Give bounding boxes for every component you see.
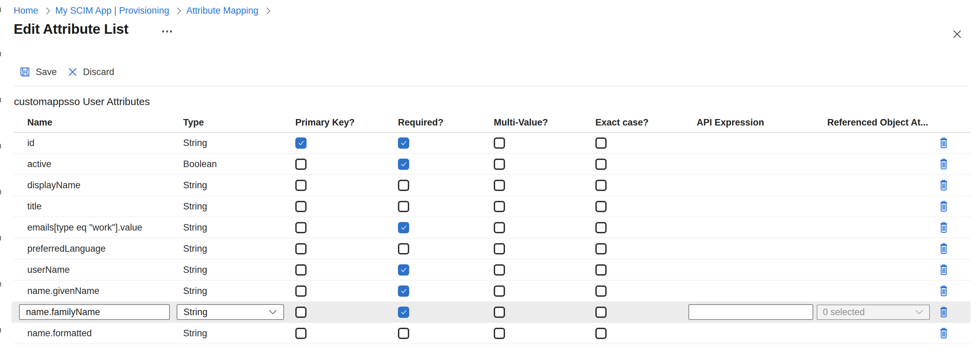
primary-key-checkbox[interactable]: [295, 285, 307, 297]
primary-key-checkbox[interactable]: [295, 222, 307, 233]
exact-case-checkbox[interactable]: [595, 159, 607, 170]
delete-row-button[interactable]: [937, 156, 950, 172]
divider: [14, 86, 969, 86]
page-title: Edit Attribute List: [14, 21, 129, 37]
breadcrumb-link-attribute-mapping[interactable]: Attribute Mapping: [186, 5, 258, 16]
attribute-type: String: [183, 180, 207, 191]
required-checkbox[interactable]: [398, 137, 409, 149]
primary-key-checkbox[interactable]: [295, 137, 307, 149]
attribute-name: emails[type eq "work"].value: [27, 222, 142, 233]
multi-value-checkbox[interactable]: [494, 201, 505, 212]
multi-value-checkbox[interactable]: [494, 159, 505, 170]
check-icon: [399, 308, 408, 316]
delete-row-button[interactable]: [937, 326, 950, 341]
exact-case-checkbox[interactable]: [595, 328, 607, 339]
column-header: Multi-Value?: [494, 117, 548, 128]
referenced-object-select[interactable]: 0 selected: [817, 305, 930, 320]
multi-value-checkbox[interactable]: [494, 243, 505, 254]
exact-case-checkbox[interactable]: [595, 222, 607, 233]
delete-row-button[interactable]: [937, 136, 950, 150]
required-checkbox[interactable]: [398, 264, 409, 276]
breadcrumb-link-provisioning[interactable]: My SCIM App | Provisioning: [55, 5, 169, 16]
check-icon: [399, 139, 408, 147]
multi-value-checkbox[interactable]: [494, 328, 505, 339]
primary-key-checkbox[interactable]: [295, 159, 307, 170]
required-checkbox[interactable]: [398, 306, 409, 318]
delete-row-button[interactable]: [937, 284, 950, 298]
table-row: preferredLanguageString: [14, 238, 970, 260]
trash-icon: [939, 285, 949, 297]
discard-button[interactable]: Discard: [67, 67, 115, 77]
delete-row-button[interactable]: [937, 199, 950, 214]
trash-icon: [939, 137, 949, 149]
exact-case-checkbox[interactable]: [595, 285, 607, 297]
trash-icon: [939, 242, 949, 255]
column-header: Referenced Object At...: [827, 117, 928, 128]
attribute-type: String: [183, 286, 207, 297]
delete-row-button[interactable]: [937, 220, 950, 235]
exact-case-checkbox[interactable]: [595, 201, 607, 212]
attribute-name: name.givenName: [27, 286, 100, 297]
required-checkbox[interactable]: [398, 180, 409, 191]
attribute-name: name.formatted: [27, 328, 92, 339]
multi-value-checkbox[interactable]: [494, 285, 505, 297]
more-options-button[interactable]: …: [159, 20, 175, 37]
table-row: userNameString: [14, 260, 970, 281]
exact-case-checkbox[interactable]: [595, 137, 607, 149]
multi-value-checkbox[interactable]: [494, 222, 505, 233]
required-checkbox[interactable]: [398, 243, 409, 254]
delete-row-button[interactable]: [937, 305, 950, 320]
table-body: idStringactiveBooleandisplayNameStringti…: [14, 133, 970, 344]
required-checkbox[interactable]: [398, 328, 409, 339]
table-row: name.givenNameString: [14, 281, 970, 302]
attribute-name-input[interactable]: [19, 304, 170, 320]
attribute-name: id: [27, 138, 35, 148]
trash-icon: [939, 179, 949, 191]
primary-key-checkbox[interactable]: [295, 201, 307, 212]
attribute-name: active: [27, 159, 51, 169]
api-expression-input[interactable]: [689, 304, 813, 320]
trash-icon: [939, 158, 949, 170]
delete-row-button[interactable]: [937, 178, 950, 193]
required-checkbox[interactable]: [398, 201, 409, 212]
multi-value-checkbox[interactable]: [494, 180, 505, 191]
breadcrumb-link-home[interactable]: Home: [14, 5, 38, 16]
attribute-name: title: [27, 201, 41, 212]
multi-value-checkbox[interactable]: [494, 264, 505, 276]
attributes-table: NameTypePrimary Key?Required?Multi-Value…: [14, 113, 970, 344]
exact-case-checkbox[interactable]: [595, 180, 607, 191]
breadcrumb: Home My SCIM App | Provisioning Attribut…: [14, 5, 269, 16]
delete-row-button[interactable]: [937, 241, 950, 256]
required-checkbox[interactable]: [398, 285, 409, 297]
type-select-value: String: [183, 307, 208, 317]
attribute-name: userName: [27, 265, 70, 275]
exact-case-checkbox[interactable]: [595, 264, 607, 276]
table-header-row: NameTypePrimary Key?Required?Multi-Value…: [14, 113, 970, 133]
multi-value-checkbox[interactable]: [494, 306, 505, 318]
column-header: Type: [183, 117, 204, 128]
column-header: Name: [27, 117, 52, 128]
referenced-object-value: 0 selected: [823, 307, 865, 317]
exact-case-checkbox[interactable]: [595, 306, 607, 318]
primary-key-checkbox[interactable]: [295, 264, 307, 276]
type-select[interactable]: String: [177, 304, 284, 320]
check-icon: [399, 287, 408, 295]
primary-key-checkbox[interactable]: [295, 306, 307, 318]
primary-key-checkbox[interactable]: [295, 243, 307, 254]
table-row: titleString: [14, 196, 970, 217]
column-header: Primary Key?: [295, 117, 355, 128]
exact-case-checkbox[interactable]: [595, 243, 607, 254]
save-button[interactable]: Save: [19, 66, 57, 78]
close-icon: [951, 28, 963, 40]
primary-key-checkbox[interactable]: [295, 328, 307, 339]
trash-icon: [939, 221, 949, 234]
table-row: displayNameString: [14, 175, 970, 196]
close-button[interactable]: [951, 28, 964, 41]
required-checkbox[interactable]: [398, 222, 409, 233]
delete-row-button[interactable]: [937, 262, 950, 277]
multi-value-checkbox[interactable]: [494, 137, 505, 149]
primary-key-checkbox[interactable]: [295, 180, 307, 191]
chevron-right-icon: [264, 8, 270, 14]
required-checkbox[interactable]: [398, 159, 409, 170]
attribute-type: String: [183, 328, 207, 339]
